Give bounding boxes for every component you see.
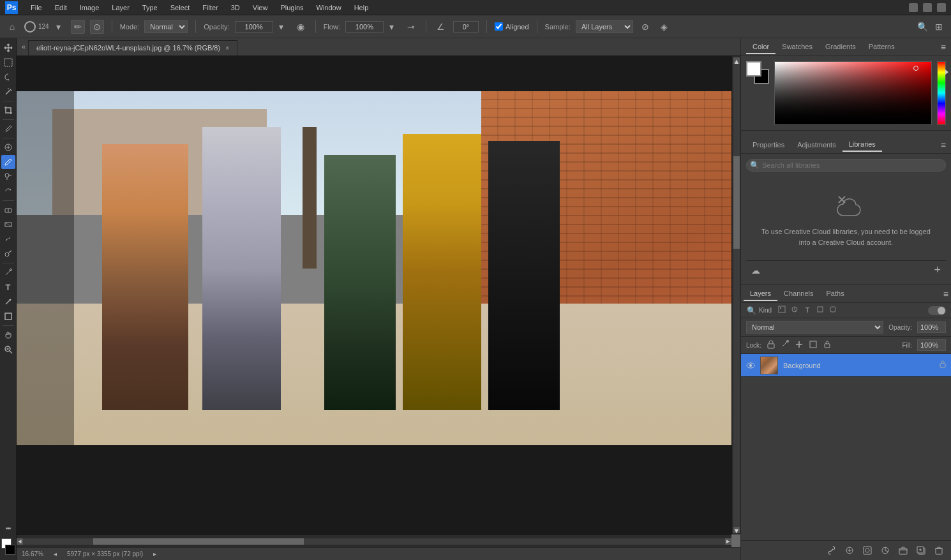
- menu-image[interactable]: Image: [75, 3, 105, 13]
- menu-layer[interactable]: Layer: [107, 3, 135, 13]
- menu-file[interactable]: File: [26, 3, 47, 13]
- menu-filter[interactable]: Filter: [197, 3, 223, 13]
- brush-mode-btn[interactable]: ✏: [71, 20, 85, 34]
- scroll-track[interactable]: [733, 64, 740, 527]
- scroll-up-btn[interactable]: ▲: [733, 57, 740, 64]
- path-selection-tool[interactable]: [1, 295, 15, 309]
- filter-pixel-icon[interactable]: [777, 306, 787, 315]
- angle-icon[interactable]: ∠: [434, 20, 448, 34]
- lib-panel-menu-btn[interactable]: ≡: [941, 140, 946, 150]
- menu-help[interactable]: Help: [349, 3, 374, 13]
- history-brush-tool[interactable]: [1, 184, 15, 198]
- background-color[interactable]: [5, 545, 15, 555]
- blend-mode-select[interactable]: Normal: [746, 321, 883, 334]
- menu-3d[interactable]: 3D: [226, 3, 245, 13]
- move-tool[interactable]: [1, 41, 15, 55]
- tab-patterns[interactable]: Patterns: [862, 40, 901, 54]
- filter-smart-icon[interactable]: [828, 306, 838, 315]
- menu-edit[interactable]: Edit: [50, 3, 72, 13]
- panel-toggle-btn[interactable]: ⊞: [932, 20, 946, 34]
- crop-tool[interactable]: [1, 103, 15, 117]
- home-icon[interactable]: ⌂: [5, 20, 19, 34]
- flow-input[interactable]: [345, 21, 384, 33]
- vertical-scrollbar[interactable]: ▲ ▼: [731, 56, 740, 534]
- layer-item-background[interactable]: Background: [741, 354, 951, 377]
- tab-close-btn[interactable]: ×: [225, 45, 229, 52]
- menu-select[interactable]: Select: [165, 3, 195, 13]
- pen-tool[interactable]: [1, 265, 15, 279]
- dodge-tool[interactable]: [1, 247, 15, 261]
- gradient-tool[interactable]: [1, 217, 15, 232]
- lock-artboard-btn[interactable]: [809, 340, 818, 351]
- aligned-checkbox[interactable]: [495, 22, 503, 31]
- opacity-input[interactable]: [235, 21, 273, 33]
- tab-libraries[interactable]: Libraries: [842, 138, 882, 152]
- lock-image-btn[interactable]: [781, 340, 790, 351]
- zoom-tool[interactable]: [1, 343, 15, 357]
- eraser-tool[interactable]: [1, 203, 15, 217]
- color-spectrum[interactable]: [937, 61, 946, 125]
- mode-select[interactable]: Normal Multiply Screen: [144, 20, 188, 33]
- shape-tool[interactable]: [1, 309, 15, 323]
- filter-toggle[interactable]: [928, 306, 946, 315]
- scroll-left-btn[interactable]: ◂: [17, 538, 23, 545]
- type-tool[interactable]: T: [1, 280, 15, 294]
- brush-alt-btn[interactable]: ⊙: [90, 20, 104, 34]
- selection-tool[interactable]: [1, 55, 15, 70]
- fg-bg-colors[interactable]: [1, 538, 15, 555]
- foreground-swatch[interactable]: [746, 61, 761, 77]
- tab-adjustments[interactable]: Adjustments: [791, 138, 842, 151]
- new-group-btn[interactable]: [896, 543, 910, 557]
- link-layers-btn[interactable]: [825, 543, 839, 557]
- tab-color[interactable]: Color: [746, 40, 775, 54]
- cloud-icon[interactable]: ☁: [751, 265, 760, 276]
- scroll-down-btn[interactable]: ▼: [733, 527, 740, 533]
- brush-dropdown-icon[interactable]: ▾: [52, 20, 66, 34]
- opacity-value-input[interactable]: [917, 321, 946, 333]
- tab-paths[interactable]: Paths: [820, 287, 851, 301]
- magic-wand-tool[interactable]: [1, 85, 15, 99]
- maximize-btn[interactable]: [923, 3, 932, 12]
- smoothing-icon[interactable]: ⊸: [404, 20, 418, 34]
- color-panel-menu-btn[interactable]: ≡: [941, 42, 946, 52]
- filter-shape-icon[interactable]: [815, 306, 825, 315]
- tab-collapse-btn[interactable]: «: [19, 38, 28, 55]
- color-gradient[interactable]: [774, 61, 932, 125]
- more-tools-btn[interactable]: •••: [1, 521, 15, 535]
- menu-window[interactable]: Window: [311, 3, 347, 13]
- new-fill-btn[interactable]: [878, 543, 892, 557]
- airbrush-icon[interactable]: ◉: [294, 20, 308, 34]
- add-mask-btn[interactable]: [860, 543, 874, 557]
- delete-layer-btn[interactable]: [932, 543, 946, 557]
- menu-plugins[interactable]: Plugins: [275, 3, 308, 13]
- menu-view[interactable]: View: [248, 3, 273, 13]
- lasso-tool[interactable]: [1, 70, 15, 84]
- clone-stamp-tool[interactable]: [1, 170, 15, 184]
- filter-adjust-icon[interactable]: [790, 306, 800, 315]
- new-layer-btn[interactable]: [914, 543, 928, 557]
- ignore-adj-icon[interactable]: ⊘: [638, 20, 652, 34]
- search-btn[interactable]: 🔍: [915, 20, 929, 34]
- lock-position-btn[interactable]: [795, 340, 804, 351]
- library-search-input[interactable]: [746, 159, 946, 172]
- tab-channels[interactable]: Channels: [777, 287, 820, 301]
- menu-type[interactable]: Type: [137, 3, 163, 13]
- layer-visibility-toggle[interactable]: [746, 360, 755, 371]
- nav-arrow-right[interactable]: ▸: [153, 550, 156, 557]
- filter-type-icon[interactable]: T: [802, 306, 812, 315]
- flow-dropdown-icon[interactable]: ▾: [385, 20, 399, 34]
- healing-brush-tool[interactable]: [1, 140, 15, 154]
- lib-add-btn[interactable]: +: [934, 263, 941, 277]
- lock-all-btn[interactable]: [823, 340, 832, 351]
- add-style-btn[interactable]: [842, 543, 857, 557]
- close-btn[interactable]: [937, 3, 946, 12]
- tab-layers[interactable]: Layers: [744, 287, 777, 301]
- h-scroll-track[interactable]: [23, 538, 725, 545]
- opacity-dropdown-icon[interactable]: ▾: [274, 20, 288, 34]
- scroll-right-btn[interactable]: ▸: [725, 538, 731, 545]
- tab-properties[interactable]: Properties: [746, 138, 791, 151]
- tab-swatches[interactable]: Swatches: [775, 40, 819, 54]
- canvas-container[interactable]: ▲ ▼: [17, 56, 740, 547]
- pressure-icon[interactable]: ◈: [657, 20, 671, 34]
- tab-gradients[interactable]: Gradients: [819, 40, 862, 54]
